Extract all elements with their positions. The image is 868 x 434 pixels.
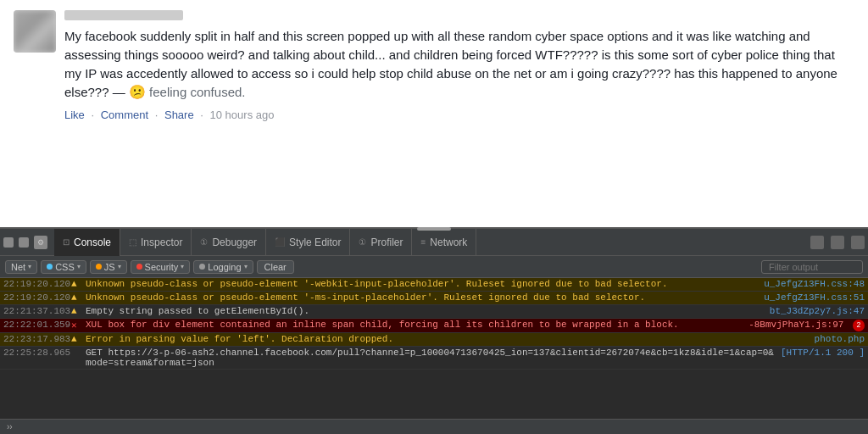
tab-style-editor-label: Style Editor [289, 236, 341, 248]
inspector-icon: ⬚ [129, 237, 136, 247]
avatar-image [14, 10, 56, 53]
css-dot [47, 264, 53, 270]
log-timestamp: 22:19:20.120 [3, 292, 71, 303]
logging-chevron: ▾ [244, 263, 248, 270]
security-label: Security [145, 262, 179, 272]
separator-1: · [91, 108, 94, 121]
log-timestamp: 22:21:37.103 [3, 306, 71, 316]
log-source[interactable]: u_JefgZ13FH.css:51 [757, 292, 865, 303]
comment-link[interactable]: Comment [101, 108, 148, 121]
bottom-arrow-icon[interactable]: ›› [7, 422, 13, 431]
log-timestamp: 22:25:28.965 [3, 348, 71, 358]
warn-icon: ▲ [71, 334, 83, 344]
share-link[interactable]: Share [164, 108, 194, 121]
minimize-button[interactable] [19, 237, 29, 248]
devtools-panel: ⚙ ⊡ Console ⬚ Inspector ① Debugger ⬛ Sty… [0, 227, 868, 434]
js-label: JS [104, 262, 115, 272]
close-devtools-button[interactable] [851, 236, 865, 249]
js-chevron: ▾ [118, 263, 121, 270]
devtools-tab-bar: ⚙ ⊡ Console ⬚ Inspector ① Debugger ⬛ Sty… [0, 229, 868, 256]
css-label: CSS [55, 262, 75, 272]
net-label: Net [11, 262, 25, 272]
console-icon: ⊡ [63, 237, 70, 247]
clear-button[interactable]: Clear [257, 260, 294, 274]
undock-button[interactable] [831, 236, 844, 249]
log-source[interactable]: u_JefgZ13FH.css:48 [757, 279, 865, 289]
separator-3: · [200, 108, 203, 121]
error-icon: ✕ [71, 320, 83, 331]
log-source[interactable]: bt_J3dZp2y7.js:47 [763, 306, 865, 316]
log-message: Unknown pseudo-class or pseudo-element '… [86, 292, 757, 303]
js-filter[interactable]: JS ▾ [90, 260, 127, 274]
close-button[interactable] [3, 237, 14, 248]
log-timestamp: 22:22:01.359 [3, 320, 71, 330]
facebook-post-area: My facebook suddenly split in half and t… [0, 0, 868, 227]
error-badge: 2 [853, 320, 865, 331]
log-message: Unknown pseudo-class or pseudo-element '… [86, 279, 757, 289]
settings-icon[interactable]: ⚙ [34, 236, 47, 249]
tab-right-controls [810, 236, 865, 249]
warn-icon: ▲ [71, 292, 83, 303]
js-dot [96, 264, 102, 270]
tab-network[interactable]: ≡ Network [412, 229, 476, 256]
tab-network-label: Network [430, 236, 467, 248]
post-time: 10 hours ago [210, 108, 275, 121]
debugger-icon: ① [200, 237, 208, 247]
log-row: 22:21:37.103 ▲ Empty string passed to ge… [0, 305, 868, 319]
log-message: Error in parsing value for 'left'. Decla… [86, 334, 808, 344]
console-log-area: 22:19:20.120 ▲ Unknown pseudo-class or p… [0, 278, 868, 419]
profiler-icon: ① [359, 237, 366, 247]
devtools-bottom-bar: ›› [0, 419, 868, 434]
log-source[interactable]: photo.php [808, 334, 865, 344]
net-filter[interactable]: Net ▾ [5, 260, 37, 274]
log-row: 22:22:01.359 ✕ XUL box for div element c… [0, 319, 868, 333]
dock-button[interactable] [810, 236, 824, 249]
log-source[interactable]: [HTTP/1.1 200 ] [774, 348, 865, 358]
log-message: XUL box for div element contained an inl… [86, 320, 742, 330]
log-row: 22:25:28.965 GET https://3-p-06-ash2.cha… [0, 347, 868, 370]
warn-icon: ▲ [71, 279, 83, 289]
log-row: 22:19:20.120 ▲ Unknown pseudo-class or p… [0, 292, 868, 305]
post-actions: Like · Comment · Share · 10 hours ago [64, 108, 854, 121]
css-chevron: ▾ [77, 263, 81, 270]
log-timestamp: 22:23:17.983 [3, 334, 71, 344]
log-message: GET https://3-p-06-ash2.channel.facebook… [86, 348, 774, 368]
avatar [14, 10, 56, 53]
security-dot [136, 264, 142, 270]
post-feeling: feeling confused. [149, 85, 245, 99]
tab-inspector[interactable]: ⬚ Inspector [120, 229, 192, 256]
like-link[interactable]: Like [64, 108, 85, 121]
tab-controls: ⚙ [3, 236, 47, 249]
log-timestamp: 22:19:20.120 [3, 279, 71, 289]
logging-dot [199, 264, 205, 270]
logging-filter[interactable]: Logging ▾ [193, 260, 253, 274]
network-icon: ≡ [420, 237, 426, 247]
tab-debugger[interactable]: ① Debugger [192, 229, 266, 256]
style-editor-icon: ⬛ [275, 237, 285, 247]
name-bar [64, 10, 183, 20]
css-filter[interactable]: CSS ▾ [41, 260, 86, 274]
console-toolbar: Net ▾ CSS ▾ JS ▾ Security ▾ Logging ▾ Cl… [0, 256, 868, 278]
post-emoji: 😕 [129, 85, 146, 99]
log-source[interactable]: -8BmvjPhaY1.js:97 2 [742, 320, 865, 331]
log-message: Empty string passed to getElementById(). [86, 306, 763, 316]
log-row: 22:23:17.983 ▲ Error in parsing value fo… [0, 333, 868, 347]
tab-style-editor[interactable]: ⬛ Style Editor [266, 229, 350, 256]
tab-profiler-label: Profiler [370, 236, 403, 248]
separator-2: · [155, 108, 159, 121]
filter-output-input[interactable] [761, 260, 863, 274]
tab-console-label: Console [74, 236, 111, 248]
security-chevron: ▾ [181, 263, 184, 270]
name-placeholder [64, 10, 183, 20]
tab-debugger-label: Debugger [212, 236, 257, 248]
logging-label: Logging [208, 262, 241, 272]
net-chevron: ▾ [28, 263, 31, 270]
post-text: My facebook suddenly split in half and t… [64, 27, 854, 102]
info-icon: ▲ [71, 306, 83, 316]
log-row: 22:19:20.120 ▲ Unknown pseudo-class or p… [0, 278, 868, 292]
tab-inspector-label: Inspector [141, 236, 182, 248]
security-filter[interactable]: Security ▾ [131, 260, 191, 274]
tab-profiler[interactable]: ① Profiler [350, 229, 412, 256]
panel-resize-handle[interactable] [417, 227, 451, 231]
tab-console[interactable]: ⊡ Console [54, 229, 120, 256]
